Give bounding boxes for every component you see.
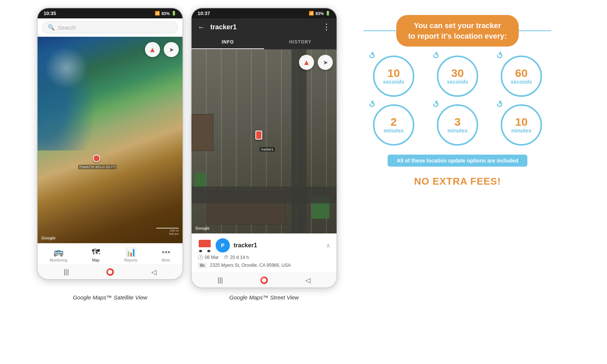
time-badge: 5h	[198, 262, 207, 268]
phone2-tracker-title: tracker1	[210, 23, 317, 31]
nav-map[interactable]: 🗺 Map	[92, 247, 100, 262]
tab-info[interactable]: INFO	[192, 36, 264, 49]
circle-3min: ↺ 3 minutes	[437, 104, 478, 146]
included-text: All of these location update options are…	[397, 158, 518, 164]
captions-row: Google Maps™ Satellite View Google Maps™…	[37, 292, 345, 301]
map-icon: 🗺	[92, 247, 100, 257]
tracker-meta: 🕐 06 Mar ⏱ 20 d 14 h	[198, 255, 331, 260]
back-button[interactable]: ←	[198, 23, 205, 32]
phone2-gesture-menu-icon[interactable]: |||	[217, 276, 223, 284]
arrow-2min: ↺	[367, 99, 377, 111]
phone2-gesture-bar: ||| ⭕ ◁	[192, 273, 337, 287]
tracker-address-row: 5h 2325 Myers St, Oroville, CA 95966, US…	[198, 262, 331, 268]
tracker-address: 2325 Myers St, Oroville, CA 95966, USA	[210, 263, 291, 268]
nav-more[interactable]: ••• More	[162, 247, 170, 262]
google-watermark: Google	[41, 236, 56, 240]
scale-bottom: 500 km	[156, 232, 179, 236]
phone1-nav-bar: 🚌 Monitoring 🗺 Map 📊 Reports ••• More	[38, 243, 183, 265]
reports-icon: 📊	[126, 247, 136, 257]
phone2-gesture-home-icon[interactable]: ⭕	[260, 276, 268, 284]
phone2-aerial: 10:37 📶 83% 🔋 ← tracker1 ⋮ INFO HISTORY	[191, 8, 337, 288]
tracker-avatar: P	[216, 238, 230, 253]
circle-10sec: ↺ 10 seconds	[373, 56, 414, 97]
search-input[interactable]: 🔍 Search	[42, 21, 178, 33]
nav-map-label: Map	[92, 258, 99, 262]
search-placeholder: Search	[58, 24, 76, 31]
scale-top: 200 mi	[156, 229, 179, 232]
nav-monitoring-label: Monitoring	[50, 258, 67, 262]
phone1-time: 10:35	[44, 11, 56, 16]
tracker-info-card: P tracker1 ∧ 🕐 06 Mar ⏱ 20 d 14 h	[192, 233, 337, 273]
phone2-tabs: INFO HISTORY	[192, 36, 337, 50]
phone1-satellite: 10:35 📶 83% 🔋 🔍 Search	[37, 8, 183, 280]
nav-reports[interactable]: 📊 Reports	[124, 247, 137, 262]
more-icon: •••	[162, 247, 170, 257]
phone2-header: ← tracker1 ⋮	[192, 18, 337, 36]
phone2-compass-icon: ▲	[303, 58, 310, 67]
info-title-line1: You can set your tracker	[408, 20, 507, 31]
meta-date: 🕐 06 Mar	[198, 255, 219, 260]
location-button[interactable]: ➤	[164, 42, 179, 57]
tracker-pin[interactable]	[93, 155, 100, 162]
caption-satellite: Google Maps™ Satellite View	[37, 292, 183, 301]
gesture-menu-icon[interactable]: |||	[63, 268, 69, 276]
arrow-10sec: ↺	[367, 50, 377, 62]
green-area-2	[195, 173, 206, 187]
meta-duration: ⏱ 20 d 14 h	[224, 255, 249, 260]
info-title-line2: to report it's location every:	[408, 31, 507, 41]
phone2-car-marker[interactable]	[255, 131, 262, 140]
no-fees-text: NO EXTRA FEES!	[414, 176, 501, 187]
phone1-status-bar: 10:35 📶 83% 🔋	[38, 8, 183, 18]
gesture-home-icon[interactable]: ⭕	[106, 268, 114, 276]
phone2-time: 10:37	[198, 11, 210, 16]
phone2-gesture-back-icon[interactable]: ◁	[305, 276, 311, 284]
phone2-compass-button[interactable]: ▲	[299, 55, 314, 70]
caption-aerial: Google Maps™ Street View	[191, 292, 337, 301]
gesture-back-icon[interactable]: ◁	[151, 268, 157, 276]
circles-grid: ↺ 10 seconds ↺ 30 seconds ↺ 60 seconds ↺	[367, 56, 548, 146]
tab-history[interactable]: HISTORY	[264, 36, 337, 49]
tracker-info-header: P tracker1 ∧	[198, 238, 331, 253]
menu-button[interactable]: ⋮	[322, 22, 331, 32]
phone2-battery-text: 83%	[316, 11, 324, 16]
phone2-battery-icon: 🔋	[325, 11, 331, 16]
clock-icon: 🕐	[198, 255, 203, 260]
phone2-wifi-icon: 📶	[309, 11, 314, 16]
phone1-gesture-bar: ||| ⭕ ◁	[38, 265, 183, 279]
phone2-status-bar: 10:37 📶 83% 🔋	[192, 8, 337, 18]
tracker-date: 06 Mar	[205, 255, 219, 260]
arrow-60sec: ↺	[494, 50, 505, 62]
search-icon: 🔍	[48, 24, 55, 31]
compass-button[interactable]: ▲	[145, 42, 160, 57]
arrow-30sec: ↺	[430, 50, 441, 62]
timer-icon: ⏱	[224, 255, 228, 260]
phone1-status-icons: 📶 83% 🔋	[155, 11, 177, 16]
road-horizontal	[192, 187, 337, 203]
title-container: You can set your tracker to report it's …	[364, 15, 551, 47]
phone1-search-bar: 🔍 Search	[38, 18, 183, 37]
circle-2min: ↺ 2 minutes	[373, 104, 414, 146]
phone2-aerial-map[interactable]: ▲ ➤ tracker1 Google	[192, 50, 337, 233]
arrow-10min: ↺	[494, 99, 505, 111]
tracker-car-icon	[198, 238, 212, 253]
circle-60sec: ↺ 60 seconds	[501, 56, 542, 97]
monitoring-icon: 🚌	[53, 247, 63, 257]
wifi-icon: 📶	[155, 11, 160, 16]
road-vertical	[291, 50, 307, 233]
compass-icon: ▲	[149, 45, 156, 54]
nav-more-label: More	[162, 258, 171, 262]
battery-text: 83%	[162, 11, 170, 16]
nav-monitoring[interactable]: 🚌 Monitoring	[50, 247, 67, 262]
tracker-avatar-letter: P	[221, 242, 224, 248]
collapse-arrow-icon[interactable]: ∧	[326, 242, 331, 249]
info-title-box: You can set your tracker to report it's …	[396, 15, 519, 47]
included-banner: All of these location update options are…	[388, 155, 527, 167]
phone2-location-button[interactable]: ➤	[318, 55, 333, 70]
arrow-3min: ↺	[430, 99, 441, 111]
info-panel: You can set your tracker to report it's …	[345, 8, 570, 195]
phone2-google-watermark: Google	[195, 226, 210, 230]
phone2-status-icons: 📶 83% 🔋	[309, 11, 331, 16]
phone1-satellite-map[interactable]: ▲ ➤ iTrack1TE BOLD (0177) Google 200 mi …	[38, 37, 183, 243]
circle-30sec: ↺ 30 seconds	[437, 56, 478, 97]
phone2-location-arrow-icon: ➤	[323, 59, 328, 66]
